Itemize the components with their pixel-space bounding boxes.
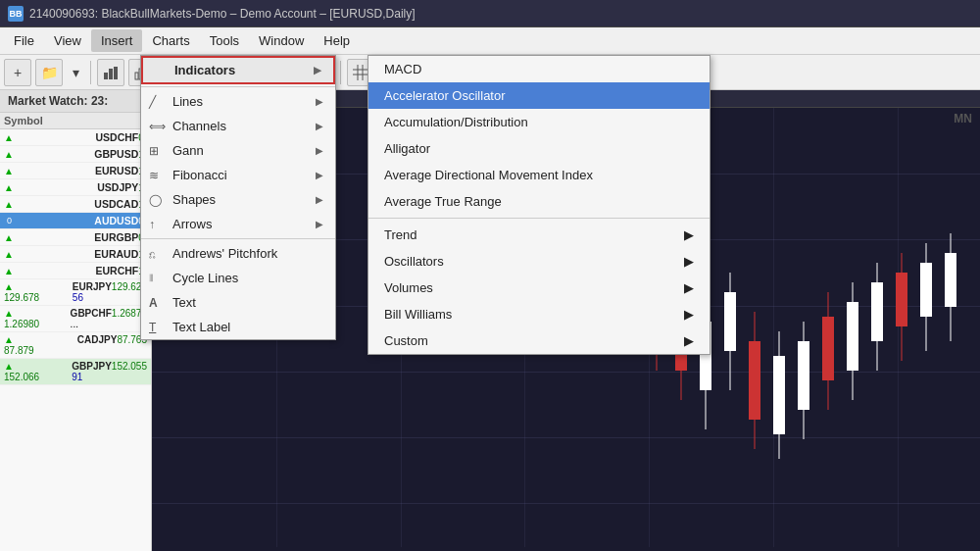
indicator-sep bbox=[368, 218, 710, 219]
mw-row-eurgbp[interactable]: ▲ EURGBP 0. bbox=[0, 229, 151, 246]
toolbar-new[interactable]: + bbox=[4, 59, 31, 86]
indicator-accumulation[interactable]: Accumulation/Distribution bbox=[368, 109, 710, 135]
svg-rect-29 bbox=[822, 317, 834, 380]
arrow-icon: ▲ bbox=[4, 132, 95, 143]
pitchfork-icon: ⎌ bbox=[149, 248, 169, 260]
insert-lines[interactable]: ╱ Lines ▶ bbox=[141, 89, 335, 114]
svg-rect-1 bbox=[109, 69, 113, 79]
submenu-arrow-icon: ▶ bbox=[684, 227, 694, 242]
mw-row-usdjpy[interactable]: ▲ USDJPY 1. bbox=[0, 179, 151, 196]
indicator-bill-williams[interactable]: Bill Williams ▶ bbox=[368, 301, 710, 327]
arrow-icon: ▲ bbox=[4, 334, 77, 345]
insert-shapes[interactable]: ◯ Shapes ▶ bbox=[141, 187, 335, 212]
mw-row-cadjpy[interactable]: ▲ CADJPY 87.763 87.879 bbox=[0, 332, 151, 359]
title-text: 2140090693: BlackBullMarkets-Demo – Demo… bbox=[29, 7, 416, 21]
app-icon: BB bbox=[8, 6, 24, 22]
menu-help[interactable]: Help bbox=[314, 29, 360, 52]
submenu-arrow: ▶ bbox=[316, 96, 323, 107]
insert-gann[interactable]: ⊞ Gann ▶ bbox=[141, 138, 335, 163]
arrow-icon: ▲ bbox=[4, 361, 72, 372]
insert-arrows[interactable]: ↑ Arrows ▶ bbox=[141, 212, 335, 236]
svg-rect-33 bbox=[871, 282, 883, 341]
mw-row-audusd[interactable]: 0 AUDUSD 0. bbox=[0, 213, 151, 229]
market-watch-columns: Symbol bbox=[0, 113, 151, 129]
mw-row-gbpchf[interactable]: ▲ GBPCHF 1.26879 1.26980 ... bbox=[0, 306, 151, 332]
submenu-arrow-icon: ▶ bbox=[684, 254, 694, 269]
menu-window[interactable]: Window bbox=[249, 29, 314, 52]
menu-separator2 bbox=[141, 238, 335, 239]
mw-row-gbpusd[interactable]: ▲ GBPUSD 1. bbox=[0, 146, 151, 163]
mw-row-euraud[interactable]: ▲ EURAUD 1. bbox=[0, 246, 151, 263]
arrow-icon: ▲ bbox=[4, 308, 71, 319]
mw-row-usdcad[interactable]: ▲ USDCAD 1. bbox=[0, 196, 151, 213]
svg-rect-37 bbox=[920, 263, 932, 317]
mw-row-eurjpy[interactable]: ▲ EURJPY 129.622 129.678 56 bbox=[0, 279, 151, 306]
menu-bar: File View Insert Charts Tools Window Hel… bbox=[0, 27, 980, 55]
arrows-icon: ↑ bbox=[149, 218, 169, 231]
menu-tools[interactable]: Tools bbox=[200, 29, 249, 52]
indicator-alligator[interactable]: Alligator bbox=[368, 135, 710, 162]
mw-row-usdchf[interactable]: ▲ USDCHF 0. bbox=[0, 129, 151, 146]
shapes-icon: ◯ bbox=[149, 193, 169, 207]
toolbar-open[interactable]: 📁 bbox=[35, 59, 63, 86]
indicator-admi[interactable]: Average Directional Movement Index bbox=[368, 162, 710, 188]
svg-rect-23 bbox=[749, 341, 760, 420]
mn-label: MN bbox=[954, 112, 972, 125]
svg-rect-31 bbox=[847, 302, 858, 371]
mw-row-eurchf[interactable]: ▲ EURCHF 1. bbox=[0, 263, 151, 279]
svg-rect-35 bbox=[896, 273, 907, 326]
arrow-icon: ▲ bbox=[4, 249, 94, 260]
svg-rect-21 bbox=[724, 292, 736, 351]
insert-channels[interactable]: ⟺ Channels ▶ bbox=[141, 114, 335, 138]
market-watch-header: Market Watch: 23: bbox=[0, 90, 151, 113]
svg-rect-25 bbox=[773, 356, 785, 434]
submenu-arrow: ▶ bbox=[314, 65, 321, 75]
insert-cycle-lines[interactable]: ⫴ Cycle Lines bbox=[141, 266, 335, 290]
market-watch-panel: Market Watch: 23: Symbol ▲ USDCHF 0. ▲ G… bbox=[0, 90, 152, 551]
svg-rect-27 bbox=[798, 341, 809, 410]
arrow-icon: ▲ bbox=[4, 166, 95, 176]
indicator-volumes[interactable]: Volumes ▶ bbox=[368, 275, 710, 301]
insert-menu: Indicators ▶ ╱ Lines ▶ ⟺ Channels ▶ ⊞ Ga… bbox=[140, 55, 336, 340]
insert-text-label[interactable]: T Text Label bbox=[141, 315, 335, 339]
indicator-macd[interactable]: MACD bbox=[368, 56, 710, 82]
submenu-arrow: ▶ bbox=[316, 121, 323, 131]
toolbar-sep5 bbox=[340, 61, 341, 84]
toolbar-dropdown[interactable]: ▾ bbox=[67, 59, 84, 86]
insert-pitchfork[interactable]: ⎌ Andrews' Pitchfork bbox=[141, 241, 335, 266]
indicator-atr[interactable]: Average True Range bbox=[368, 188, 710, 215]
arrow-icon: ▲ bbox=[4, 149, 94, 160]
mw-row-eurusd[interactable]: ▲ EURUSD 1. bbox=[0, 163, 151, 179]
arrow-icon: ▲ bbox=[4, 182, 97, 193]
toolbar-chart1[interactable] bbox=[97, 59, 124, 86]
indicator-trend[interactable]: Trend ▶ bbox=[368, 222, 710, 248]
submenu-arrow-icon: ▶ bbox=[684, 307, 694, 322]
insert-fibonacci[interactable]: ≋ Fibonacci ▶ bbox=[141, 163, 335, 187]
svg-rect-3 bbox=[135, 73, 138, 79]
indicator-accelerator[interactable]: Accelerator Oscillator bbox=[368, 82, 710, 109]
insert-text[interactable]: A Text bbox=[141, 290, 335, 315]
indicator-oscillators[interactable]: Oscillators ▶ bbox=[368, 248, 710, 275]
indicators-submenu: MACD Accelerator Oscillator Accumulation… bbox=[368, 55, 710, 355]
menu-file[interactable]: File bbox=[4, 29, 44, 52]
menu-insert[interactable]: Insert bbox=[91, 29, 143, 52]
gann-icon: ⊞ bbox=[149, 144, 169, 158]
indicator-custom[interactable]: Custom ▶ bbox=[368, 327, 710, 354]
menu-charts[interactable]: Charts bbox=[142, 29, 199, 52]
channels-icon: ⟺ bbox=[149, 120, 169, 133]
cycle-icon: ⫴ bbox=[149, 272, 169, 284]
arrow-icon: ▲ bbox=[4, 281, 73, 292]
text-a-icon: A bbox=[149, 296, 169, 310]
title-bar: BB 2140090693: BlackBullMarkets-Demo – D… bbox=[0, 0, 980, 27]
lines-icon: ╱ bbox=[149, 95, 169, 109]
arrow-icon: ▲ bbox=[4, 199, 94, 210]
submenu-arrow: ▶ bbox=[316, 170, 323, 180]
arrow-icon: ▲ bbox=[4, 232, 94, 243]
svg-rect-0 bbox=[104, 73, 108, 79]
mw-row-gbpjpy[interactable]: ▲ GBPJPY 152.055 152.066 91 bbox=[0, 359, 151, 385]
submenu-arrow: ▶ bbox=[316, 194, 323, 205]
svg-rect-39 bbox=[945, 253, 956, 307]
submenu-arrow: ▶ bbox=[316, 145, 323, 156]
menu-view[interactable]: View bbox=[44, 29, 91, 52]
insert-indicators[interactable]: Indicators ▶ bbox=[141, 56, 335, 84]
